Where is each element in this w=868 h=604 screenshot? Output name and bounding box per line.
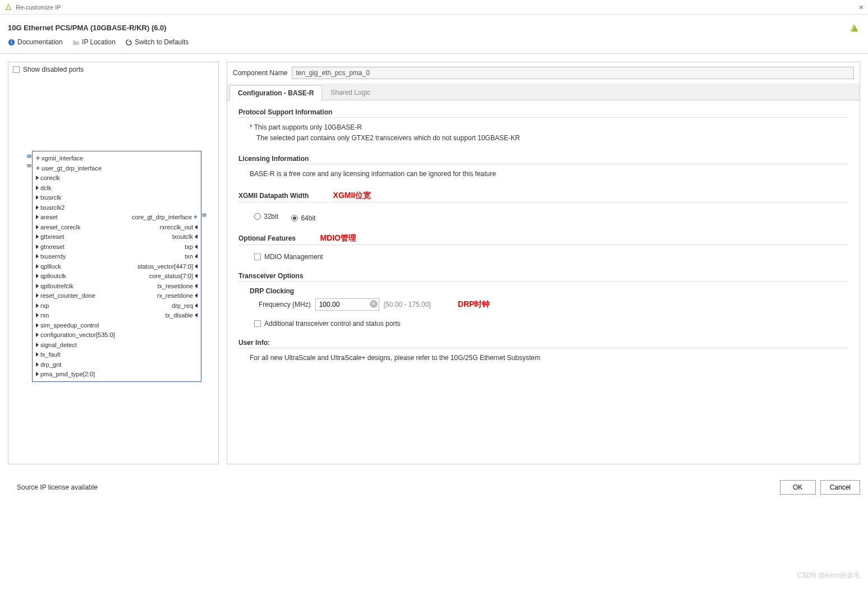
pin-in-icon xyxy=(36,234,39,239)
frequency-range: [50.00 - 175.00] xyxy=(384,301,431,308)
tab-shared-logic[interactable]: Shared Logic xyxy=(322,85,379,100)
port-left-label: qplloutrefclk xyxy=(40,283,74,289)
mdio-management-check[interactable]: MDIO Management xyxy=(238,250,848,261)
port-row: gtrxresettxp xyxy=(33,242,201,252)
port-left-label: sim_speedup_control xyxy=(40,322,99,329)
radio-64bit[interactable]: 64bit xyxy=(291,214,315,222)
pin-in-icon xyxy=(36,362,39,367)
titlebar: Re-customize IP × xyxy=(0,0,868,15)
switch-defaults-label: Switch to Defaults xyxy=(135,38,189,46)
port-row: aresetcore_gt_drp_interface+ xyxy=(33,213,201,223)
protocol-line1: * This part supports only 10GBASE-R xyxy=(250,122,848,133)
port-row: txuserrdytxn xyxy=(33,252,201,262)
component-name-label: Component Name xyxy=(233,69,287,77)
port-left-label: rxp xyxy=(40,302,49,309)
pin-in-icon xyxy=(36,352,39,357)
pin-in-icon xyxy=(36,284,39,288)
clear-icon[interactable]: × xyxy=(370,300,378,308)
expand-icon[interactable]: + xyxy=(36,164,40,172)
port-left-label: gtrxreset xyxy=(40,243,65,250)
pin-in-icon xyxy=(36,245,39,249)
pin-out-icon xyxy=(195,274,198,278)
protocol-line2: The selected part contains only GTXE2 tr… xyxy=(250,133,848,144)
documentation-label: Documentation xyxy=(17,38,63,46)
licensing-line: BASE-R is a free core and any licensing … xyxy=(238,169,848,179)
pin-in-icon xyxy=(36,274,39,278)
radio-32bit[interactable]: 32bit xyxy=(254,213,278,220)
ok-button[interactable]: OK xyxy=(780,480,816,495)
pin-in-icon xyxy=(36,303,39,308)
port-left-label: rxn xyxy=(40,312,49,319)
port-right-label: rx_resetdone xyxy=(157,292,193,299)
port-right-label: core_status[7:0] xyxy=(149,273,193,279)
pin-in-icon xyxy=(36,254,39,259)
port-row: qplloutrefclktx_resetdone xyxy=(33,281,201,291)
close-icon[interactable]: × xyxy=(859,3,864,12)
port-row: rxpdrp_req xyxy=(33,301,201,311)
switch-defaults-link[interactable]: Switch to Defaults xyxy=(125,38,189,46)
port-row: gttxresettxoutclk xyxy=(33,232,201,242)
window-title: Re-customize IP xyxy=(16,4,859,11)
drp-annotation: DRP时钟 xyxy=(458,299,490,310)
port-left-label: xgmii_interface xyxy=(42,155,83,162)
userinfo-title: User Info: xyxy=(238,339,848,348)
userinfo-line: For all new UltraScale and UltraScale+ d… xyxy=(238,353,848,363)
port-left-label: reset_counter_done xyxy=(40,292,95,299)
additional-ports-check[interactable]: Additional transceiver control and statu… xyxy=(238,316,848,328)
header: 10G Ethernet PCS/PMA (10GBASE-R/KR) (6.0… xyxy=(0,15,868,54)
main-area: Show disabled ports +xgmii_interface+use… xyxy=(0,54,868,472)
pin-in-icon xyxy=(36,195,39,200)
port-row: +xgmii_interface xyxy=(33,154,201,164)
port-left-label: qplllock xyxy=(40,263,61,270)
config-body: Protocol Support Information * This part… xyxy=(227,100,860,464)
tab-configuration[interactable]: Configuration - BASE-R xyxy=(229,85,322,100)
ip-location-link[interactable]: IP Location xyxy=(72,38,116,46)
port-row: configuration_vector[535:0] xyxy=(33,330,201,340)
pin-in-icon xyxy=(36,333,39,337)
pin-out-icon xyxy=(195,264,198,269)
pin-in-icon xyxy=(36,225,39,229)
port-left-label: tx_fault xyxy=(40,351,60,358)
mdio-annotation: MDIO管理 xyxy=(320,233,356,242)
port-left-label: pma_pmd_type[2:0] xyxy=(40,371,95,377)
show-disabled-label: Show disabled ports xyxy=(23,66,84,73)
expand-icon[interactable]: + xyxy=(36,154,40,162)
port-right-label: rxrecclk_out xyxy=(160,224,193,230)
port-right-label: tx_disable xyxy=(165,312,193,319)
checkbox-icon xyxy=(13,66,20,73)
port-left-label: configuration_vector[535:0] xyxy=(40,331,115,338)
port-left-label: qplloutclk xyxy=(40,273,66,279)
licensing-section-title: Licensing Information xyxy=(238,155,848,164)
toolbar: i Documentation IP Location Switch to De… xyxy=(8,34,860,48)
pin-in-icon xyxy=(36,313,39,317)
vendor-logo-icon xyxy=(848,21,860,34)
port-row: reset_counter_donerx_resetdone xyxy=(33,291,201,301)
frequency-label: Frequency (MHz) xyxy=(259,301,311,308)
cancel-button[interactable]: Cancel xyxy=(820,480,860,495)
radio-icon xyxy=(254,213,261,220)
bus-mark-icon xyxy=(202,214,206,216)
port-row: pma_pmd_type[2:0] xyxy=(33,370,201,380)
pin-in-icon xyxy=(36,372,39,376)
port-row: dclk xyxy=(33,183,201,193)
port-left-label: coreclk xyxy=(40,174,60,181)
port-right-label: txoutclk xyxy=(172,233,193,240)
pin-out-icon xyxy=(195,303,198,308)
app-icon xyxy=(4,3,12,11)
pin-in-icon xyxy=(36,293,39,298)
port-left-label: areset_coreclk xyxy=(40,224,81,230)
port-row: signal_detect xyxy=(33,340,201,350)
pin-out-icon xyxy=(195,234,198,239)
show-disabled-ports-check[interactable]: Show disabled ports xyxy=(8,62,218,77)
tab-bar: Configuration - BASE-R Shared Logic xyxy=(227,84,860,100)
pin-in-icon xyxy=(36,176,39,180)
port-right-label: status_vector[447:0] xyxy=(137,263,193,270)
documentation-link[interactable]: i Documentation xyxy=(8,38,63,46)
expand-icon[interactable]: + xyxy=(194,213,198,221)
xgmii-section-title: XGMII Datapath Width XGMII位宽 xyxy=(238,191,848,202)
protocol-section-title: Protocol Support Information xyxy=(238,108,848,118)
port-left-label: dclk xyxy=(40,185,52,191)
schematic-diagram: +xgmii_interface+user_gt_drp_interfaceco… xyxy=(32,151,201,382)
component-name-input[interactable] xyxy=(292,67,854,79)
port-row: areset_coreclkrxrecclk_out xyxy=(33,222,201,232)
